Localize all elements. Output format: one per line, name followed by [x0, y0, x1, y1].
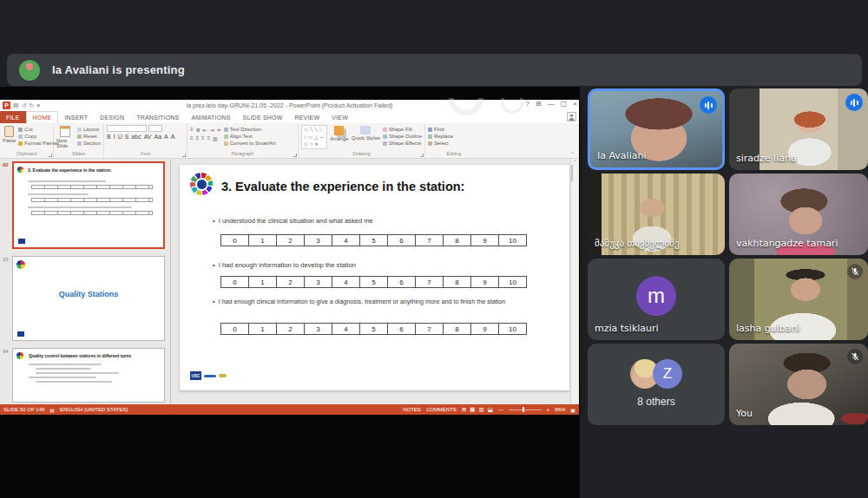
slide-thumbnail-panel[interactable]: 92 3. Evaluate the experience in the sta… [0, 159, 171, 404]
align-text-button[interactable]: Align Text [224, 134, 276, 139]
tab-animations[interactable]: ANIMATIONS [185, 111, 236, 123]
quick-access-icon[interactable]: ↻ [30, 102, 35, 108]
paragraph-align-buttons[interactable]: ≡≡≡≡▥ [190, 135, 221, 141]
font-dialog-launcher[interactable] [182, 154, 186, 157]
view-button-icon[interactable]: ▦ [470, 406, 475, 413]
language-indicator[interactable]: ENGLISH (UNITED STATES) [60, 407, 128, 412]
tab-slide-show[interactable]: SLIDE SHOW [237, 111, 289, 123]
shape-fill-button[interactable]: Shape Fill [383, 127, 422, 132]
zoom-slider[interactable] [509, 410, 542, 410]
view-button-icon[interactable]: ⊞ [462, 406, 466, 413]
paragraph-list-icon[interactable]: ≣ [196, 127, 201, 133]
quick-styles-button[interactable]: Quick Styles [352, 125, 380, 141]
view-button-icon[interactable]: ▥ [478, 406, 483, 413]
shape-icon[interactable]: ⌙ [320, 134, 325, 141]
view-button-icon[interactable]: ⬓ [488, 406, 493, 413]
reset-button[interactable]: Reset [77, 134, 101, 139]
shape-icon[interactable]: ☆ [309, 141, 313, 147]
section-button[interactable]: Section [77, 141, 101, 146]
fit-to-window-icon[interactable]: ▣ [570, 407, 575, 413]
participant-tile-mamuka[interactable]: მამუკა თავხელიძე [588, 174, 725, 255]
tab-review[interactable]: REVIEW [288, 111, 326, 123]
window-control-icon[interactable]: × [573, 101, 577, 108]
font-format-button[interactable]: abc [131, 134, 141, 140]
drawing-dialog-launcher[interactable] [420, 154, 424, 157]
quick-access-icon[interactable]: ▾ [36, 102, 40, 108]
convert-smartart-button[interactable]: Convert to SmartArt [224, 141, 276, 146]
participant-tile-8-others[interactable]: Z 8 others [588, 344, 725, 425]
shape-icon[interactable]: △ [315, 134, 319, 141]
participant-tile-siradze-liana[interactable]: siradze liana [729, 88, 868, 170]
shape-effects-button[interactable]: Shape Effects [383, 141, 422, 146]
shape-icon[interactable]: ▭ [308, 134, 312, 141]
shape-icon[interactable]: ╲ [310, 127, 312, 133]
font-format-buttons[interactable]: BIUSabcAVAaAA [107, 134, 174, 140]
font-format-button[interactable]: A [164, 134, 168, 140]
slide-editing-area[interactable]: 3. Evaluate the experience in the statio… [171, 159, 579, 404]
layout-button[interactable]: Layout [77, 127, 101, 132]
select-button[interactable]: Select [428, 141, 453, 146]
arrange-button[interactable]: Arrange [330, 125, 348, 141]
paragraph-align-icon[interactable]: ≡ [190, 135, 194, 141]
clipboard-dialog-launcher[interactable] [49, 154, 52, 157]
text-direction-button[interactable]: Text Direction [224, 127, 276, 132]
ribbon-collapse-chevron[interactable]: ⌃ [570, 151, 575, 157]
quick-access-icon[interactable]: ▤ [13, 102, 19, 108]
shape-icon[interactable]: □ [319, 127, 322, 133]
font-size-select[interactable] [148, 125, 162, 132]
slide-canvas[interactable]: 3. Evaluate the experience in the statio… [180, 165, 569, 390]
ppt-titlebar[interactable]: P ▤↺↻▾ la prez-lelo day-GRUNI-21.05 -202… [0, 100, 579, 111]
tab-transitions[interactable]: TRANSITIONS [130, 111, 185, 123]
slide-scrollbar[interactable]: ⌃ [570, 159, 579, 404]
shape-icon[interactable]: ▾ [315, 141, 318, 147]
paste-button[interactable]: Paste [3, 125, 16, 143]
participant-tile-lasha-gulbani[interactable]: lasha gulbani [729, 259, 868, 340]
tab-insert[interactable]: INSERT [58, 111, 94, 123]
participant-tile-mzia-tsiklauri[interactable]: m mzia tsiklauri [588, 259, 725, 340]
notes-button[interactable]: NOTES [403, 407, 421, 412]
thumbnail-slide-92[interactable]: 3. Evaluate the experience in the statio… [12, 161, 165, 249]
quick-access-icon[interactable]: ↺ [22, 102, 27, 108]
thumbnail-slide-93[interactable]: Quality Stations [12, 256, 165, 341]
font-name-select[interactable] [107, 125, 147, 132]
zoom-level[interactable]: 86% [555, 407, 565, 412]
sign-in-user-icon[interactable] [567, 112, 576, 121]
window-control-icon[interactable]: ? [526, 101, 529, 108]
font-format-button[interactable]: A [171, 134, 175, 140]
tab-file[interactable]: FILE [0, 111, 26, 123]
shapes-gallery[interactable]: ▭╲╲□○▭△⌙◇☆▾ [301, 125, 327, 149]
scrollbar-thumb[interactable] [571, 165, 573, 181]
font-format-button[interactable]: B [107, 134, 111, 140]
paragraph-dialog-launcher[interactable] [293, 154, 297, 157]
paragraph-list-icon[interactable]: ≑ [217, 127, 221, 133]
tab-design[interactable]: DESIGN [94, 111, 130, 123]
zoom-slider-thumb[interactable] [523, 407, 524, 412]
quick-access-icons[interactable]: ▤↺↻▾ [13, 102, 40, 108]
paragraph-align-icon[interactable]: ≡ [207, 135, 211, 141]
window-controls[interactable]: ?⊞—▢× [526, 101, 577, 108]
participant-tile-you[interactable]: You [729, 344, 868, 425]
thumbnail-slide-94[interactable]: Quality control between stations in diff… [12, 348, 165, 403]
shape-icon[interactable]: ▭ [304, 127, 308, 133]
paragraph-list-icon[interactable]: ⇤ [203, 127, 207, 133]
font-format-button[interactable]: I [114, 134, 115, 140]
new-slide-button[interactable]: New Slide [56, 125, 75, 148]
replace-button[interactable]: Replace [428, 134, 453, 139]
view-switcher[interactable]: ⊞▦▥⬓ [462, 406, 493, 413]
paragraph-align-icon[interactable]: ≡ [201, 135, 205, 141]
window-control-icon[interactable]: ▢ [561, 101, 568, 108]
window-control-icon[interactable]: ⊞ [536, 101, 542, 108]
shape-icon[interactable]: ○ [304, 134, 306, 141]
font-format-button[interactable]: U [118, 134, 122, 140]
shape-icon[interactable]: ◇ [304, 141, 307, 147]
paragraph-align-icon[interactable]: ≡ [196, 135, 200, 141]
paragraph-list-icon[interactable]: ⇥ [210, 127, 214, 133]
window-control-icon[interactable]: — [548, 101, 555, 108]
tab-view[interactable]: VIEW [326, 111, 354, 123]
paragraph-list-icon[interactable]: ≡ [190, 127, 194, 133]
comments-button[interactable]: COMMENTS [426, 407, 457, 412]
font-format-button[interactable]: S [125, 134, 129, 140]
find-button[interactable]: Find [428, 127, 453, 132]
paragraph-align-icon[interactable]: ▥ [213, 135, 218, 141]
tab-home[interactable]: HOME [26, 111, 59, 123]
